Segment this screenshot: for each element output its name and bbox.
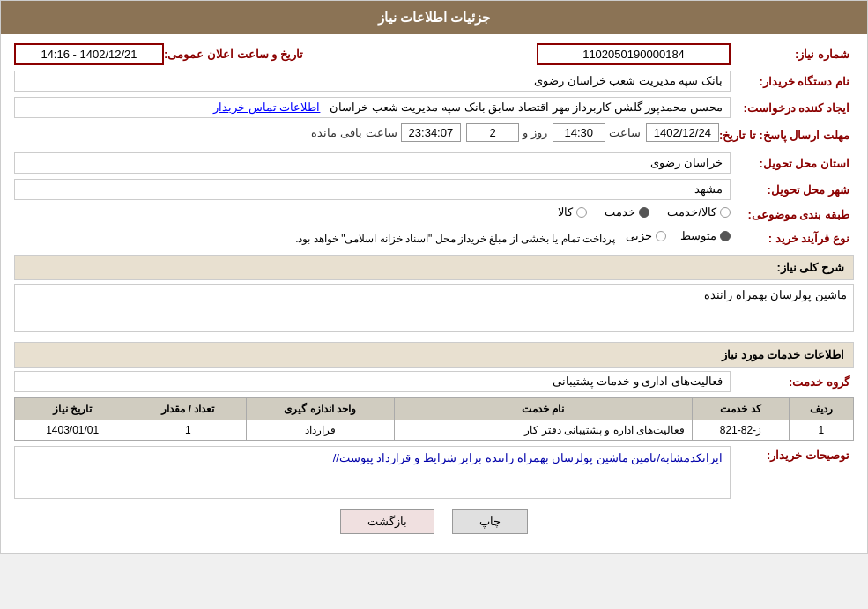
category-khidmat[interactable]: خدمت — [605, 205, 649, 219]
buyer-org-value: بانک سپه مدیریت شعب خراسان رضوی — [14, 71, 731, 92]
services-section-title: اطلاعات خدمات مورد نیاز — [722, 348, 844, 361]
creator-value: محسن محمدپور گلشن کاربرداز مهر اقتصاد سا… — [14, 97, 731, 118]
action-buttons: چاپ بازگشت — [14, 509, 854, 534]
deadline-remaining-label: ساعت باقی مانده — [311, 126, 397, 139]
col-unit: واحد اندازه گیری — [246, 398, 394, 420]
category-kala-radio — [576, 207, 587, 218]
deadline-days: 2 — [466, 123, 519, 142]
page-header: جزئیات اطلاعات نیاز — [1, 1, 867, 34]
buyer-notes-label: توصیحات خریدار: — [731, 446, 854, 462]
purchase-type-medium[interactable]: متوسط — [680, 229, 731, 242]
deadline-time: 14:30 — [553, 123, 605, 142]
cell-code: ز-82-821 — [693, 420, 790, 441]
category-kala-khidmat[interactable]: کالا/خدمت — [667, 205, 731, 219]
contact-link[interactable]: اطلاعات تماس خریدار — [213, 100, 320, 114]
category-kala[interactable]: کالا — [558, 205, 587, 219]
city-label: شهر محل تحویل: — [731, 183, 854, 197]
deadline-label: مهلت ارسال پاسخ: تا تاریخ: — [719, 129, 854, 142]
need-description-textarea[interactable] — [14, 284, 854, 332]
service-group-value: فعالیت‌های اداری و خدمات پشتیبانی — [14, 371, 731, 392]
announce-value: 1402/12/21 - 14:16 — [14, 43, 164, 65]
service-table: ردیف کد خدمت نام خدمت واحد اندازه گیری ت… — [14, 397, 854, 441]
cell-row: 1 — [789, 420, 853, 441]
deadline-remaining: 23:34:07 — [401, 123, 462, 142]
deadline-time-label: ساعت — [609, 126, 641, 139]
col-qty: تعداد / مقدار — [130, 398, 246, 420]
category-khidmat-radio — [639, 207, 649, 218]
page-title: جزئیات اطلاعات نیاز — [378, 10, 490, 25]
service-group-label: گروه خدمت: — [731, 375, 854, 389]
purchase-type-label: نوع فرآیند خرید : — [731, 232, 854, 245]
cell-date: 1403/01/01 — [15, 420, 130, 441]
back-button[interactable]: بازگشت — [340, 509, 434, 534]
category-kala-khidmat-radio — [720, 207, 731, 218]
need-number-label: شماره نیاز: — [731, 48, 854, 61]
print-button[interactable]: چاپ — [452, 509, 528, 534]
purchase-type-small-radio — [656, 231, 666, 241]
services-section-header: اطلاعات خدمات مورد نیاز — [14, 342, 854, 368]
need-description-section: شرح کلی نیاز: — [14, 255, 854, 280]
deadline-date: 1402/12/24 — [646, 123, 719, 142]
cell-unit: قرارداد — [246, 420, 394, 441]
table-row: 1 ز-82-821 فعالیت‌های اداره و پشتیبانی د… — [15, 420, 854, 441]
cell-qty: 1 — [130, 420, 246, 441]
purchase-type-small[interactable]: جزیی — [626, 229, 666, 242]
buyer-org-label: نام دستگاه خریدار: — [731, 75, 854, 88]
purchase-type-medium-radio — [720, 231, 731, 241]
city-value: مشهد — [14, 179, 731, 200]
need-number-value: 1102050190000184 — [537, 43, 731, 65]
cell-name: فعالیت‌های اداره و پشتیبانی دفتر کار — [394, 420, 692, 441]
announce-label: تاریخ و ساعت اعلان عمومی: — [164, 48, 308, 61]
col-row: ردیف — [789, 398, 853, 420]
purchase-type-note: پرداخت تمام یا بخشی از مبلغ خریداز محل "… — [295, 233, 615, 245]
creator-label: ایجاد کننده درخواست: — [731, 101, 854, 115]
col-date: تاریخ نیاز — [15, 398, 130, 420]
province-value: خراسان رضوی — [14, 152, 731, 174]
deadline-day-label: روز و — [523, 126, 547, 139]
need-description-label: شرح کلی نیاز: — [776, 261, 844, 274]
col-code: کد خدمت — [693, 398, 790, 420]
province-label: استان محل تحویل: — [731, 157, 854, 170]
buyer-notes-value: ایرانکدمشابه/تامین ماشین پولرسان بهمراه … — [14, 446, 731, 499]
category-label: طبقه بندی موضوعی: — [731, 208, 854, 221]
col-name: نام خدمت — [394, 398, 692, 420]
